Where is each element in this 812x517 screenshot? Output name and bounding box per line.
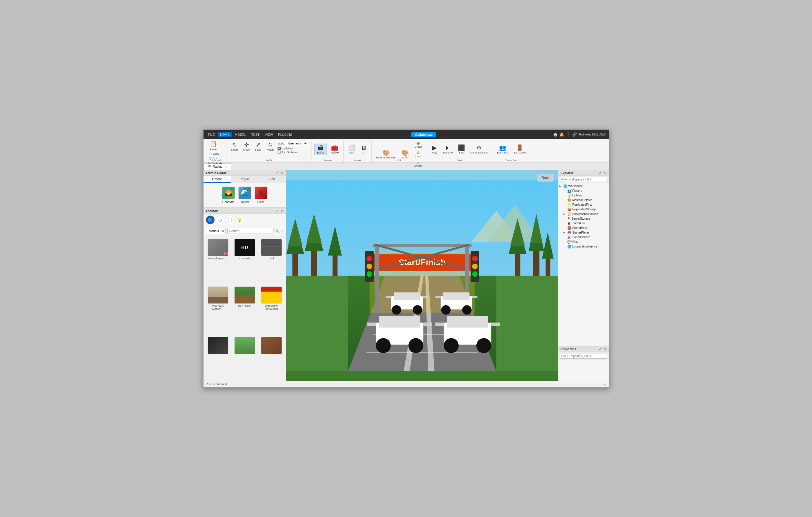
share-icon[interactable]: 🔗 bbox=[572, 132, 577, 136]
stop-button[interactable]: ⬛ Stop bbox=[456, 144, 467, 155]
filter-icon[interactable]: ≡ bbox=[281, 229, 283, 233]
ui-button[interactable]: 🖥 UI bbox=[358, 144, 369, 155]
color-button[interactable]: 🎨 Color bbox=[400, 149, 411, 160]
rotate-button[interactable]: ↻ Rotate bbox=[265, 141, 277, 154]
generate-tool[interactable]: 🌄 Generate bbox=[222, 187, 235, 204]
toolbox-filter-select[interactable]: Models bbox=[206, 228, 226, 234]
tree-item-localizationservice[interactable]: 🌐 LocalizationService bbox=[558, 244, 609, 249]
join-surfaces-checkbox-row[interactable]: Join Surfaces bbox=[278, 151, 308, 154]
list-item[interactable]: Two-Story Modern... bbox=[205, 285, 231, 335]
menu-item-test[interactable]: TEST bbox=[249, 132, 262, 137]
move-label: Move bbox=[243, 148, 250, 151]
terrain-group: 🏔 Editor 🧰 Toolbox Terrain bbox=[312, 141, 344, 162]
tree-item-replicatedfirst[interactable]: 📁 ReplicatedFirst bbox=[558, 203, 609, 207]
search-icon[interactable]: 🔍 bbox=[275, 229, 280, 233]
game-settings-button[interactable]: ⚙ Game Settings bbox=[468, 144, 490, 155]
status-bar: Run a command ▲ bbox=[204, 381, 609, 387]
list-item[interactable]: Tree House bbox=[232, 285, 258, 335]
color-label: Color bbox=[402, 156, 408, 159]
explorer-resize-icon[interactable]: ⤢ bbox=[598, 171, 602, 174]
tree-item-workspace[interactable]: ▶ 🌐 Workspace bbox=[558, 184, 609, 189]
terrain-minimize-icon[interactable]: — bbox=[270, 171, 274, 174]
mode-select[interactable]: Geometric bbox=[286, 141, 308, 146]
road-label: road bbox=[268, 257, 274, 260]
tree-item-serverscriptservice[interactable]: ▶ 📜 ServerScriptService bbox=[558, 212, 609, 216]
menu-item-model[interactable]: MODEL bbox=[233, 132, 249, 137]
tree-item-soundservice[interactable]: 🔊 SoundService bbox=[558, 235, 609, 240]
collisions-checkbox[interactable] bbox=[278, 147, 281, 150]
explorer-close-icon[interactable]: ✕ bbox=[603, 171, 606, 174]
tab-region[interactable]: Region bbox=[231, 176, 258, 183]
toolbox-button[interactable]: 🧰 Toolbox bbox=[328, 144, 341, 155]
notification-icon[interactable]: 🔔 bbox=[559, 132, 564, 136]
terrain-editor-title: Terrain Editor bbox=[206, 171, 227, 175]
list-item[interactable]: Neutral Spawn... bbox=[205, 238, 231, 284]
toolbox-tab-marketplace[interactable]: 🔷 bbox=[206, 216, 214, 224]
terrain-close-icon[interactable]: ✕ bbox=[280, 171, 284, 174]
group-button[interactable]: 📦 Group bbox=[412, 141, 425, 149]
list-item[interactable]: road bbox=[259, 238, 284, 284]
tree-item-starterplayer[interactable]: ▶ 🎮 StarterPlayer bbox=[558, 230, 609, 235]
copy-button[interactable]: 📄 Copy bbox=[207, 152, 224, 156]
toolbox-close-icon[interactable]: ✕ bbox=[280, 209, 284, 212]
tab-close-icon[interactable]: ✕ bbox=[224, 165, 228, 168]
move-button[interactable]: ✛ Move bbox=[241, 141, 252, 154]
menu-item-view[interactable]: VIEW bbox=[262, 132, 275, 137]
tree-item-startergui[interactable]: 🖥 StarterGui bbox=[558, 221, 609, 226]
paste-button[interactable]: 📋 Paste bbox=[207, 141, 220, 151]
explorer-minimize-icon[interactable]: — bbox=[593, 171, 597, 174]
tree-item-chat[interactable]: 💬 Chat bbox=[558, 240, 609, 244]
list-item[interactable]: HD HD Admin bbox=[232, 238, 258, 284]
toolbox-minimize-icon[interactable]: — bbox=[270, 209, 274, 212]
select-button[interactable]: ↖ Select bbox=[229, 141, 240, 154]
clear-tool[interactable]: 🗑 Clear bbox=[255, 187, 267, 204]
scale-button[interactable]: ⤢ Scale bbox=[253, 141, 264, 154]
list-item[interactable] bbox=[232, 336, 258, 379]
home-icon[interactable]: 🏠 bbox=[553, 132, 558, 136]
tree-item-starterpack[interactable]: 🎒 StarterPack bbox=[558, 226, 609, 230]
collisions-checkbox-row[interactable]: Collisions bbox=[278, 147, 308, 150]
menu-item-home[interactable]: HOME bbox=[218, 132, 232, 137]
collaborate-button[interactable]: Collaborate bbox=[411, 132, 436, 137]
toolbox-tab-recent[interactable]: 🕐 bbox=[226, 216, 234, 224]
tools-group: ↖ Select ✛ Move ⤢ Scale bbox=[227, 141, 312, 162]
tab-edit[interactable]: Edit bbox=[258, 176, 286, 183]
right-panel: Explorer — ⤢ ✕ ▶ 🌐 Workspace 👥 Players bbox=[558, 170, 609, 381]
material-manager-button[interactable]: 🎨 Material Manager bbox=[374, 149, 398, 160]
search-input[interactable] bbox=[227, 228, 274, 234]
generate-label: Generate bbox=[222, 201, 235, 204]
list-item[interactable] bbox=[205, 336, 231, 379]
editor-button[interactable]: 🏔 Editor bbox=[314, 144, 327, 155]
resume-button[interactable]: ⏵ Resume bbox=[441, 144, 455, 155]
team-test-button[interactable]: 👥 Team Test bbox=[495, 144, 511, 155]
toolbox-resize-icon[interactable]: ⤢ bbox=[276, 209, 279, 212]
properties-filter-input[interactable] bbox=[560, 354, 607, 359]
paste-label: Paste bbox=[210, 148, 216, 151]
terrain-resize-icon[interactable]: ⤢ bbox=[276, 171, 279, 174]
part-button[interactable]: ⬜ Part bbox=[346, 144, 357, 155]
toolbox-tab-grid[interactable]: ⊞ bbox=[216, 216, 224, 224]
list-item[interactable] bbox=[259, 336, 284, 379]
lock-button[interactable]: 🔒 Lock bbox=[412, 150, 425, 159]
status-expand-icon[interactable]: ▲ bbox=[604, 383, 606, 386]
tree-item-materialservice[interactable]: 🎨 MaterialService bbox=[558, 198, 609, 203]
properties-minimize-icon[interactable]: — bbox=[593, 347, 597, 351]
tab-create[interactable]: Create bbox=[204, 176, 231, 183]
properties-resize-icon[interactable]: ⤢ bbox=[598, 347, 602, 351]
help-icon[interactable]: ❓ bbox=[566, 132, 571, 136]
tree-item-serverstorage[interactable]: 🗄 ServerStorage bbox=[558, 216, 609, 221]
menu-item-file[interactable]: FILE bbox=[206, 132, 217, 137]
explorer-filter-input[interactable] bbox=[560, 177, 607, 182]
list-item[interactable]: McDonald's Restaurant bbox=[259, 285, 284, 335]
tree-item-replicatedstorage[interactable]: 📦 ReplicatedStorage bbox=[558, 207, 609, 212]
tree-item-lighting[interactable]: 💡 Lighting bbox=[558, 193, 609, 198]
join-surfaces-checkbox[interactable] bbox=[278, 151, 281, 154]
properties-close-icon[interactable]: ✕ bbox=[603, 347, 606, 351]
play-button[interactable]: ▶ Play bbox=[429, 144, 440, 155]
tree-item-players[interactable]: 👥 Players bbox=[558, 189, 609, 193]
back-button[interactable]: Back bbox=[537, 174, 554, 182]
import-tool[interactable]: 🌊 Import bbox=[238, 187, 251, 204]
exit-game-button[interactable]: 🚪 Exit Game bbox=[512, 144, 528, 155]
menu-item-plugins[interactable]: PLUGINS bbox=[276, 132, 294, 137]
toolbox-tab-light[interactable]: 💡 bbox=[235, 216, 244, 224]
